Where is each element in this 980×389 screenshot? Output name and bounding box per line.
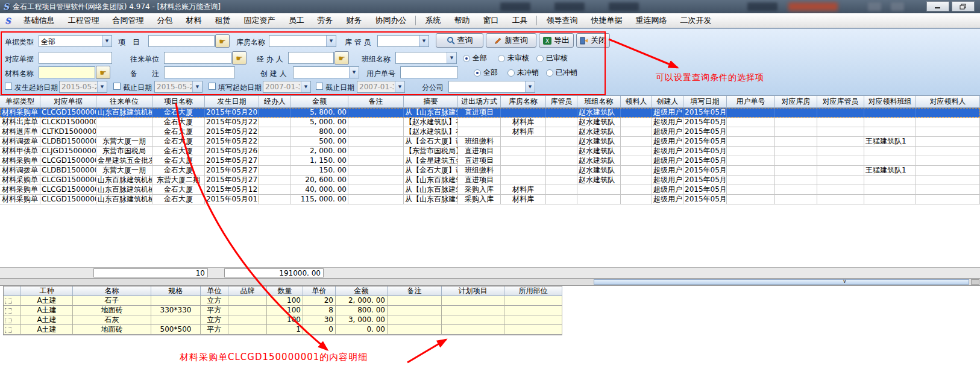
horizontal-scrollbar[interactable]: ∨: [0, 278, 980, 286]
row-selector[interactable]: [4, 296, 21, 306]
writeoff-all-radio[interactable]: 全部: [474, 68, 498, 78]
table-row[interactable]: 材料采购单CLCGD150000003山东百脉建筑机械东营大厦二期2015年05…: [0, 176, 980, 185]
chevron-down-icon[interactable]: ▼: [301, 81, 310, 92]
branch-select[interactable]: ▼: [448, 81, 535, 93]
detail-row[interactable]: A土建地面砖500*500平方100. 00: [4, 325, 562, 335]
column-header-9[interactable]: 进出场方式: [458, 96, 501, 108]
warehouse-select[interactable]: ▼: [269, 35, 336, 47]
menu-item-42[interactable]: 重连网络: [629, 13, 673, 28]
column-header-1[interactable]: 对应单据: [40, 96, 96, 108]
column-header-11[interactable]: 库管员: [546, 96, 577, 108]
chevron-down-icon[interactable]: ▼: [447, 52, 456, 63]
detail-column-header-6[interactable]: 单价: [303, 286, 336, 296]
audit-pending-radio[interactable]: 未审核: [498, 53, 529, 63]
detail-column-header-10[interactable]: 所用部位: [504, 286, 562, 296]
column-header-16[interactable]: 用户单号: [727, 96, 775, 108]
minimize-button[interactable]: [926, 1, 949, 11]
detail-column-header-5[interactable]: 数量: [267, 286, 303, 296]
chevron-down-icon[interactable]: ▼: [349, 67, 359, 78]
menu-item-0[interactable]: 基础信息: [16, 13, 61, 28]
column-header-4[interactable]: 发生日期: [205, 96, 259, 108]
menu-item-40[interactable]: 领导查询: [539, 13, 584, 28]
menu-item-21[interactable]: 帮助: [447, 13, 476, 28]
handler-picker-button[interactable]: ☛: [335, 51, 349, 65]
menu-item-43[interactable]: 二次开发: [673, 13, 718, 28]
detail-column-header-7[interactable]: 金额: [336, 286, 388, 296]
column-header-6[interactable]: 金额: [291, 96, 348, 108]
table-row[interactable]: 材料采购单CLCGD150000002金星建筑五金批发金石大厦2015年05月2…: [0, 156, 980, 166]
write-start-checkbox[interactable]: [209, 83, 216, 90]
table-row[interactable]: 材料出库单CLCKD150000001金石大厦2015年05月22日5, 000…: [0, 118, 980, 127]
column-header-20[interactable]: 对应领料人: [916, 96, 980, 108]
menu-item-3[interactable]: 分包: [150, 13, 179, 28]
scrollbar-thumb[interactable]: [594, 279, 969, 285]
table-row[interactable]: 材料采购单CLCGD150000005山东百脉建筑机械金石大厦2015年05月0…: [0, 195, 980, 204]
table-row[interactable]: 材料甲供单CLJGD150000001东营市国税局金石大厦2015年05月26日…: [0, 147, 980, 156]
menu-item-23[interactable]: 工具: [505, 13, 534, 28]
column-header-12[interactable]: 班组名称: [577, 96, 621, 108]
chevron-down-icon[interactable]: ▼: [192, 81, 202, 92]
chevron-down-icon[interactable]: ▼: [525, 81, 535, 92]
handler-input[interactable]: [288, 52, 334, 64]
start-date-checkbox[interactable]: [5, 83, 12, 90]
start-date-select[interactable]: 2015-05-28 ▼: [59, 81, 107, 93]
detail-column-header-3[interactable]: 单位: [201, 286, 228, 296]
detail-row[interactable]: A土建石子立方100202, 000. 00: [4, 296, 562, 306]
chevron-down-icon[interactable]: ▼: [395, 81, 404, 92]
export-button[interactable]: X 导出: [539, 33, 574, 48]
partner-picker-button[interactable]: ☛: [232, 51, 247, 65]
column-header-17[interactable]: 对应库房: [775, 96, 817, 108]
table-row[interactable]: 材料调拨单CLDBD150000002东营大厦一期金石大厦2015年05月27日…: [0, 166, 980, 176]
detail-column-header-9[interactable]: 计划项目: [442, 286, 504, 296]
menu-item-2[interactable]: 合同管理: [105, 13, 150, 28]
column-header-5[interactable]: 经办人: [259, 96, 291, 108]
row-selector[interactable]: [4, 325, 21, 335]
write-start-select[interactable]: 2007-01-31 ▼: [263, 81, 311, 93]
row-selector[interactable]: [4, 315, 21, 325]
chevron-down-icon[interactable]: ▼: [97, 81, 107, 92]
row-selector[interactable]: [4, 306, 21, 315]
project-input[interactable]: [148, 35, 215, 47]
partner-input[interactable]: [164, 52, 231, 64]
related-doc-input[interactable]: [39, 52, 112, 64]
audit-done-radio[interactable]: 已审核: [536, 53, 568, 63]
menu-item-41[interactable]: 快捷单据: [584, 13, 629, 28]
detail-column-header-8[interactable]: 备注: [388, 286, 442, 296]
table-row[interactable]: 材料退库单CLTKD150000001金石大厦2015年05月22日800. 0…: [0, 127, 980, 137]
keeper-select[interactable]: ▼: [377, 35, 429, 47]
menu-item-20[interactable]: 系统: [418, 13, 447, 28]
project-picker-button[interactable]: ☛: [215, 34, 230, 48]
restore-button[interactable]: [952, 1, 975, 11]
column-header-18[interactable]: 对应库管员: [817, 96, 864, 108]
audit-all-radio[interactable]: 全部: [463, 53, 487, 63]
column-header-19[interactable]: 对应领料班组: [864, 96, 916, 108]
doc-type-select[interactable]: 全部 ▼: [39, 35, 112, 47]
menu-item-7[interactable]: 员工: [281, 13, 310, 28]
detail-column-header-4[interactable]: 品牌: [228, 286, 267, 296]
write-end-checkbox[interactable]: [316, 83, 323, 90]
write-end-select[interactable]: 2007-01-31 ▼: [357, 81, 405, 93]
table-row[interactable]: 材料采购单CLCGD150000004山东百脉建筑机械金石大厦2015年05月1…: [0, 185, 980, 195]
detail-row[interactable]: A土建地面砖330*330平方1008800. 00: [4, 306, 562, 315]
table-row[interactable]: 材料采购单CLCGD150000001山东百脉建筑机械金石大厦2015年05月2…: [0, 108, 980, 118]
detail-column-header-1[interactable]: 名称: [73, 286, 151, 296]
menu-item-9[interactable]: 财务: [339, 13, 368, 28]
column-header-2[interactable]: 往来单位: [96, 96, 152, 108]
column-header-3[interactable]: 项目名称: [152, 96, 205, 108]
team-select[interactable]: ▼: [395, 52, 457, 64]
close-button[interactable]: 关闭: [576, 33, 610, 48]
material-picker-button[interactable]: ☛: [96, 66, 110, 79]
column-header-7[interactable]: 备注: [348, 96, 404, 108]
end-date-checkbox[interactable]: [113, 83, 121, 90]
menu-item-6[interactable]: 固定资产: [237, 13, 281, 28]
menu-item-5[interactable]: 租赁: [208, 13, 237, 28]
detail-column-header-0[interactable]: 工种: [21, 286, 73, 296]
chevron-down-icon[interactable]: ▼: [326, 36, 336, 46]
menu-item-22[interactable]: 窗口: [476, 13, 505, 28]
menu-item-1[interactable]: 工程管理: [61, 13, 105, 28]
menu-item-4[interactable]: 材料: [179, 13, 208, 28]
material-input[interactable]: [39, 66, 95, 78]
collapse-chevron-icon[interactable]: ∨: [843, 278, 847, 284]
column-header-14[interactable]: 创建人: [652, 96, 683, 108]
column-header-8[interactable]: 摘要: [404, 96, 458, 108]
